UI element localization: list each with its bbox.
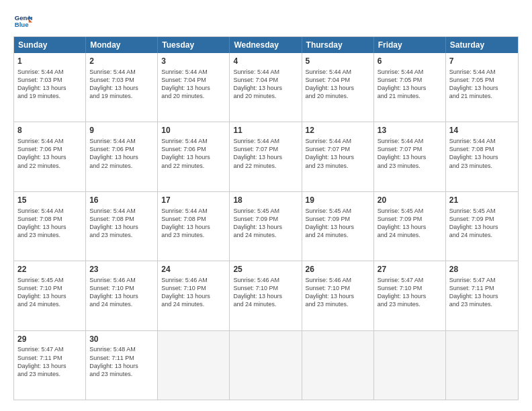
weekday-header: Monday <box>86 37 158 53</box>
calendar-cell: 22Sunrise: 5:45 AMSunset: 7:10 PMDayligh… <box>14 261 86 330</box>
calendar-cell: 15Sunrise: 5:44 AMSunset: 7:08 PMDayligh… <box>14 192 86 261</box>
calendar-cell: 17Sunrise: 5:44 AMSunset: 7:08 PMDayligh… <box>158 192 230 261</box>
cell-details: Sunrise: 5:48 AMSunset: 7:11 PMDaylight:… <box>89 345 154 378</box>
day-number: 27 <box>378 264 442 275</box>
cell-details: Sunrise: 5:44 AMSunset: 7:04 PMDaylight:… <box>233 68 298 101</box>
cell-details: Sunrise: 5:46 AMSunset: 7:10 PMDaylight:… <box>306 276 370 309</box>
cell-details: Sunrise: 5:47 AMSunset: 7:11 PMDaylight:… <box>17 345 82 378</box>
calendar-cell: 20Sunrise: 5:45 AMSunset: 7:09 PMDayligh… <box>374 192 446 261</box>
day-number: 13 <box>378 125 442 136</box>
cell-details: Sunrise: 5:47 AMSunset: 7:11 PMDaylight:… <box>449 276 515 309</box>
calendar-cell: 29Sunrise: 5:47 AMSunset: 7:11 PMDayligh… <box>14 331 86 400</box>
calendar-cell <box>446 331 518 400</box>
calendar-cell: 23Sunrise: 5:46 AMSunset: 7:10 PMDayligh… <box>86 261 158 330</box>
calendar-row: 15Sunrise: 5:44 AMSunset: 7:08 PMDayligh… <box>14 191 518 261</box>
weekday-header: Friday <box>374 37 446 53</box>
day-number: 30 <box>89 334 154 345</box>
calendar-cell: 11Sunrise: 5:44 AMSunset: 7:07 PMDayligh… <box>230 122 302 191</box>
day-number: 4 <box>233 56 298 67</box>
calendar-row: 8Sunrise: 5:44 AMSunset: 7:06 PMDaylight… <box>14 122 518 191</box>
page-header: General Blue <box>13 11 519 30</box>
cell-details: Sunrise: 5:44 AMSunset: 7:05 PMDaylight:… <box>449 68 515 101</box>
day-number: 29 <box>17 334 82 345</box>
day-number: 12 <box>306 125 370 136</box>
calendar-cell: 1Sunrise: 5:44 AMSunset: 7:03 PMDaylight… <box>14 53 86 122</box>
calendar-cell: 28Sunrise: 5:47 AMSunset: 7:11 PMDayligh… <box>446 261 518 330</box>
calendar-cell: 14Sunrise: 5:44 AMSunset: 7:08 PMDayligh… <box>446 122 518 191</box>
cell-details: Sunrise: 5:45 AMSunset: 7:10 PMDaylight:… <box>17 276 82 309</box>
day-number: 3 <box>161 56 226 67</box>
calendar-cell: 12Sunrise: 5:44 AMSunset: 7:07 PMDayligh… <box>302 122 374 191</box>
svg-text:Blue: Blue <box>15 21 29 28</box>
calendar-cell: 10Sunrise: 5:44 AMSunset: 7:06 PMDayligh… <box>158 122 230 191</box>
calendar-cell: 30Sunrise: 5:48 AMSunset: 7:11 PMDayligh… <box>86 331 158 400</box>
calendar-cell: 18Sunrise: 5:45 AMSunset: 7:09 PMDayligh… <box>230 192 302 261</box>
day-number: 11 <box>233 125 298 136</box>
cell-details: Sunrise: 5:45 AMSunset: 7:09 PMDaylight:… <box>449 207 515 240</box>
calendar-cell: 25Sunrise: 5:46 AMSunset: 7:10 PMDayligh… <box>230 261 302 330</box>
day-number: 24 <box>161 264 226 275</box>
weekday-header: Thursday <box>302 37 374 53</box>
day-number: 25 <box>233 264 298 275</box>
weekday-header: Sunday <box>14 37 86 53</box>
cell-details: Sunrise: 5:46 AMSunset: 7:10 PMDaylight:… <box>161 276 226 309</box>
cell-details: Sunrise: 5:44 AMSunset: 7:07 PMDaylight:… <box>306 137 370 170</box>
calendar-cell <box>374 331 446 400</box>
cell-details: Sunrise: 5:44 AMSunset: 7:03 PMDaylight:… <box>17 68 82 101</box>
logo: General Blue <box>13 11 32 30</box>
calendar-row: 29Sunrise: 5:47 AMSunset: 7:11 PMDayligh… <box>14 330 518 400</box>
cell-details: Sunrise: 5:47 AMSunset: 7:10 PMDaylight:… <box>378 276 442 309</box>
day-number: 1 <box>17 56 82 67</box>
calendar-cell <box>302 331 374 400</box>
weekday-header: Saturday <box>446 37 518 53</box>
cell-details: Sunrise: 5:44 AMSunset: 7:06 PMDaylight:… <box>17 137 82 170</box>
calendar-header: SundayMondayTuesdayWednesdayThursdayFrid… <box>14 37 518 53</box>
calendar-cell: 9Sunrise: 5:44 AMSunset: 7:06 PMDaylight… <box>86 122 158 191</box>
calendar-cell: 6Sunrise: 5:44 AMSunset: 7:05 PMDaylight… <box>374 53 446 122</box>
calendar-row: 22Sunrise: 5:45 AMSunset: 7:10 PMDayligh… <box>14 261 518 330</box>
cell-details: Sunrise: 5:44 AMSunset: 7:04 PMDaylight:… <box>306 68 370 101</box>
day-number: 7 <box>449 56 515 67</box>
cell-details: Sunrise: 5:44 AMSunset: 7:04 PMDaylight:… <box>161 68 226 101</box>
cell-details: Sunrise: 5:44 AMSunset: 7:08 PMDaylight:… <box>89 207 154 240</box>
calendar-cell: 19Sunrise: 5:45 AMSunset: 7:09 PMDayligh… <box>302 192 374 261</box>
cell-details: Sunrise: 5:45 AMSunset: 7:09 PMDaylight:… <box>306 207 370 240</box>
calendar-cell: 8Sunrise: 5:44 AMSunset: 7:06 PMDaylight… <box>14 122 86 191</box>
calendar-cell: 3Sunrise: 5:44 AMSunset: 7:04 PMDaylight… <box>158 53 230 122</box>
day-number: 2 <box>89 56 154 67</box>
calendar-cell: 26Sunrise: 5:46 AMSunset: 7:10 PMDayligh… <box>302 261 374 330</box>
calendar-cell: 7Sunrise: 5:44 AMSunset: 7:05 PMDaylight… <box>446 53 518 122</box>
day-number: 19 <box>306 195 370 206</box>
day-number: 17 <box>161 195 226 206</box>
cell-details: Sunrise: 5:44 AMSunset: 7:08 PMDaylight:… <box>161 207 226 240</box>
cell-details: Sunrise: 5:44 AMSunset: 7:05 PMDaylight:… <box>378 68 442 101</box>
day-number: 10 <box>161 125 226 136</box>
cell-details: Sunrise: 5:44 AMSunset: 7:03 PMDaylight:… <box>89 68 154 101</box>
weekday-header: Wednesday <box>230 37 302 53</box>
calendar-cell <box>230 331 302 400</box>
calendar-cell: 24Sunrise: 5:46 AMSunset: 7:10 PMDayligh… <box>158 261 230 330</box>
cell-details: Sunrise: 5:44 AMSunset: 7:08 PMDaylight:… <box>449 137 515 170</box>
day-number: 9 <box>89 125 154 136</box>
calendar-cell: 5Sunrise: 5:44 AMSunset: 7:04 PMDaylight… <box>302 53 374 122</box>
day-number: 23 <box>89 264 154 275</box>
calendar-cell: 16Sunrise: 5:44 AMSunset: 7:08 PMDayligh… <box>86 192 158 261</box>
calendar-cell: 2Sunrise: 5:44 AMSunset: 7:03 PMDaylight… <box>86 53 158 122</box>
day-number: 8 <box>17 125 82 136</box>
cell-details: Sunrise: 5:44 AMSunset: 7:06 PMDaylight:… <box>89 137 154 170</box>
cell-details: Sunrise: 5:44 AMSunset: 7:08 PMDaylight:… <box>17 207 82 240</box>
calendar-cell: 27Sunrise: 5:47 AMSunset: 7:10 PMDayligh… <box>374 261 446 330</box>
weekday-header: Tuesday <box>158 37 230 53</box>
calendar-cell <box>158 331 230 400</box>
cell-details: Sunrise: 5:45 AMSunset: 7:09 PMDaylight:… <box>378 207 442 240</box>
calendar: SundayMondayTuesdayWednesdayThursdayFrid… <box>13 36 519 400</box>
cell-details: Sunrise: 5:44 AMSunset: 7:07 PMDaylight:… <box>233 137 298 170</box>
calendar-page: General Blue SundayMondayTuesdayWednesda… <box>0 0 532 411</box>
logo-icon: General Blue <box>13 11 32 30</box>
day-number: 21 <box>449 195 515 206</box>
cell-details: Sunrise: 5:46 AMSunset: 7:10 PMDaylight:… <box>233 276 298 309</box>
day-number: 15 <box>17 195 82 206</box>
day-number: 5 <box>306 56 370 67</box>
calendar-cell: 4Sunrise: 5:44 AMSunset: 7:04 PMDaylight… <box>230 53 302 122</box>
cell-details: Sunrise: 5:46 AMSunset: 7:10 PMDaylight:… <box>89 276 154 309</box>
